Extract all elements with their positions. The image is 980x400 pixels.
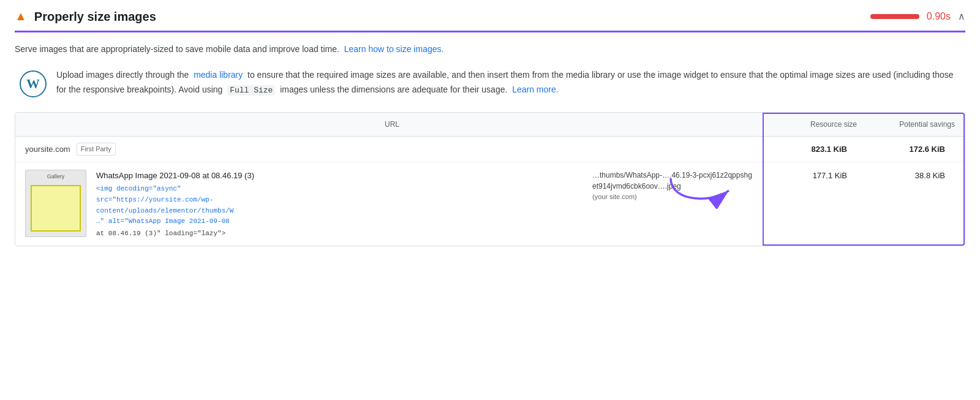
file-potential-savings: 38.8 KiB: [857, 170, 955, 182]
domain-row: yoursite.com First Party 823.1 KiB 172.6…: [15, 137, 965, 162]
full-size-code: Full Size: [227, 85, 275, 96]
tip-text-after: images unless the dimensions are adequat…: [280, 85, 507, 94]
file-row: Gallery WhatsApp Image 2021-09-08 at 08.…: [15, 162, 965, 246]
image-thumbnail: Gallery: [25, 170, 86, 237]
col-resource-header: Resource size: [769, 113, 867, 136]
learn-more-link[interactable]: Learn more.: [512, 85, 558, 94]
thumbnail-inner: [31, 185, 81, 232]
description-main: Serve images that are appropriately-size…: [15, 44, 339, 54]
tip-box: W Upload images directly through the med…: [15, 68, 965, 97]
domain-row-left: yoursite.com First Party: [25, 143, 759, 156]
file-code: <img decoding="async" src="https://yours…: [96, 184, 578, 227]
tip-text-before: Upload images directly through the: [56, 70, 189, 80]
table-header-row: URL Resource size Potential savings: [15, 113, 965, 137]
file-url-text: …thumbs/WhatsApp-….46.19-3-pcxj61z2qppsh…: [592, 170, 754, 192]
warning-icon: ▲: [15, 7, 27, 25]
tip-text: Upload images directly through the media…: [56, 68, 960, 97]
description-text: Serve images that are appropriately-size…: [15, 42, 965, 56]
file-url-domain: (your site.com): [592, 192, 754, 202]
file-resource-size: 177.1 KiB: [759, 170, 857, 182]
file-info: WhatsApp Image 2021-09-08 at 08.46.19 (3…: [96, 170, 578, 238]
learn-how-link[interactable]: Learn how to size images.: [344, 44, 444, 54]
file-url: …thumbs/WhatsApp-….46.19-3-pcxj61z2qppsh…: [587, 170, 759, 202]
file-values: 177.1 KiB 38.8 KiB: [759, 170, 955, 182]
domain-values: 823.1 KiB 172.6 KiB: [759, 143, 955, 156]
wordpress-logo: W: [20, 70, 47, 97]
score-bar: [870, 14, 919, 19]
header-left: ▲ Properly size images: [15, 7, 156, 26]
domain-resource-size: 823.1 KiB: [759, 143, 857, 156]
file-row-left: Gallery WhatsApp Image 2021-09-08 at 08.…: [25, 170, 759, 238]
svg-text:W: W: [26, 76, 40, 91]
audit-title: Properly size images: [34, 7, 156, 26]
thumbnail-label: Gallery: [47, 173, 65, 181]
collapse-icon[interactable]: ∧: [958, 9, 965, 24]
file-alt: at 08.46.19 (3)" loading="lazy">: [96, 228, 578, 239]
file-title: WhatsApp Image 2021-09-08 at 08.46.19 (3…: [96, 170, 578, 182]
domain-potential-savings: 172.6 KiB: [857, 143, 955, 156]
col-savings-header: Potential savings: [867, 113, 965, 136]
first-party-badge: First Party: [77, 143, 116, 156]
results-table: URL Resource size Potential savings your…: [15, 112, 965, 246]
audit-header: ▲ Properly size images 0.90s ∧: [15, 7, 965, 32]
score-time: 0.90s: [927, 9, 951, 24]
col-url-header: URL: [15, 113, 769, 136]
domain-name: yoursite.com: [25, 143, 70, 156]
media-library-link[interactable]: media library: [194, 70, 243, 80]
header-right: 0.90s ∧: [870, 9, 965, 24]
main-container: ▲ Properly size images 0.90s ∧ Serve ima…: [0, 0, 980, 400]
